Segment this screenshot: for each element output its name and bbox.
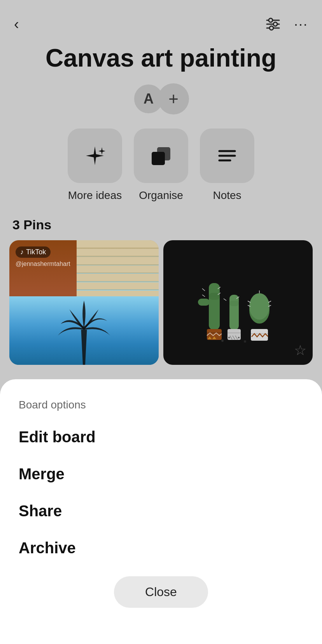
blind-slat bbox=[77, 282, 159, 290]
organise-icon-box bbox=[134, 128, 188, 183]
svg-line-24 bbox=[224, 299, 226, 301]
close-button[interactable]: Close bbox=[114, 576, 208, 608]
back-button[interactable]: ‹ bbox=[14, 17, 19, 32]
blind-slat bbox=[77, 257, 159, 265]
organise-icon bbox=[149, 143, 173, 168]
pin-card-beach[interactable]: ♪ TikTok @jennashermtahart bbox=[9, 240, 159, 365]
svg-point-5 bbox=[270, 26, 273, 30]
svg-point-3 bbox=[273, 22, 277, 26]
blind-slat bbox=[77, 240, 159, 248]
svg-point-32 bbox=[238, 337, 240, 338]
more-options-icon[interactable]: ··· bbox=[294, 16, 308, 32]
svg-rect-22 bbox=[229, 295, 239, 330]
svg-rect-12 bbox=[198, 299, 210, 306]
pins-section: 3 Pins bbox=[0, 217, 322, 365]
svg-line-14 bbox=[202, 289, 205, 291]
organise-label: Organise bbox=[139, 189, 183, 202]
tiktok-logo-icon: ♪ bbox=[20, 248, 24, 256]
organise-action[interactable]: Organise bbox=[134, 128, 188, 202]
tiktok-text: TikTok bbox=[26, 248, 46, 256]
blind-slat bbox=[77, 249, 159, 257]
palm-tree-icon bbox=[53, 295, 115, 365]
pins-count: 3 Pins bbox=[9, 217, 313, 232]
close-btn-container: Close bbox=[19, 576, 303, 608]
notes-icon-box bbox=[200, 128, 254, 183]
svg-rect-11 bbox=[209, 283, 220, 330]
svg-point-1 bbox=[269, 18, 273, 22]
svg-point-31 bbox=[228, 337, 230, 338]
notes-label: Notes bbox=[213, 189, 241, 202]
svg-point-34 bbox=[249, 293, 270, 320]
merge-option[interactable]: Merge bbox=[19, 465, 303, 483]
sliders-icon[interactable] bbox=[264, 16, 282, 33]
cactus-illustration bbox=[187, 260, 289, 345]
beach-scene bbox=[9, 240, 159, 365]
sparkle-icon bbox=[82, 143, 107, 168]
notes-action[interactable]: Notes bbox=[200, 128, 254, 202]
bottom-sheet: Board options Edit board Merge Share Arc… bbox=[0, 379, 322, 644]
svg-point-42 bbox=[221, 340, 224, 342]
blind-slat bbox=[77, 274, 159, 282]
tiktok-username: @jennashermtahart bbox=[16, 260, 70, 267]
pin-card-cactus[interactable]: ☆ bbox=[163, 240, 313, 365]
share-option[interactable]: Share bbox=[19, 502, 303, 520]
more-ideas-action[interactable]: More ideas bbox=[68, 128, 122, 202]
top-bar: ‹ ··· bbox=[0, 0, 322, 40]
sheet-title: Board options bbox=[19, 399, 303, 411]
svg-rect-7 bbox=[152, 152, 165, 165]
actions-row: More ideas Organise Notes bbox=[0, 128, 322, 202]
avatar-row: A + bbox=[0, 83, 322, 114]
board-title: Canvas art painting bbox=[0, 40, 322, 83]
pins-grid: ♪ TikTok @jennashermtahart bbox=[9, 240, 313, 365]
blind-slat bbox=[77, 266, 159, 273]
more-ideas-icon-box bbox=[68, 128, 122, 183]
more-ideas-label: More ideas bbox=[68, 189, 122, 202]
star-icon[interactable]: ☆ bbox=[294, 342, 306, 359]
notes-icon bbox=[215, 143, 240, 168]
archive-option[interactable]: Archive bbox=[19, 539, 303, 557]
svg-rect-23 bbox=[229, 301, 239, 306]
tiktok-badge: ♪ TikTok bbox=[16, 246, 51, 258]
top-right-icons: ··· bbox=[264, 16, 308, 33]
svg-line-15 bbox=[202, 295, 205, 297]
svg-point-43 bbox=[244, 340, 246, 343]
add-collaborator-button[interactable]: + bbox=[158, 83, 189, 114]
edit-board-option[interactable]: Edit board bbox=[19, 428, 303, 446]
svg-rect-13 bbox=[209, 293, 220, 300]
cactus-container bbox=[163, 240, 313, 365]
